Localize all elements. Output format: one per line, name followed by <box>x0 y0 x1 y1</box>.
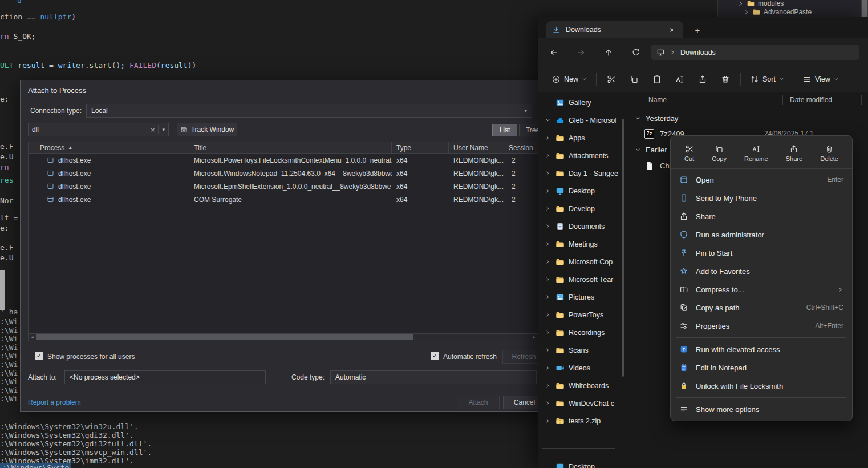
scroll-left-icon[interactable]: ◂ <box>29 334 36 340</box>
address-segment-downloads[interactable]: Downloads <box>680 49 716 57</box>
sidebar-item-desktop[interactable]: Desktop <box>538 182 627 200</box>
forward-button[interactable] <box>572 43 590 62</box>
column-header-process[interactable]: Process▲ <box>29 142 189 153</box>
quick-copy-button[interactable]: Copy <box>712 144 727 162</box>
list-view-button[interactable]: List <box>492 124 517 136</box>
process-row[interactable]: dllhost.exe Microsoft.PowerToys.FileLock… <box>29 154 538 167</box>
context-menu-item-run-elevated[interactable]: Run with elevated access <box>671 340 852 358</box>
context-menu-item-send-to-phone[interactable]: Send to My Phone <box>671 189 852 207</box>
context-menu-item-run-as-admin[interactable]: Run as administrator <box>671 225 852 244</box>
sidebar-item-develop[interactable]: Develop <box>538 200 627 217</box>
context-menu-item-pin-to-start[interactable]: Pin to Start <box>671 244 852 262</box>
chevron-right-icon[interactable] <box>543 276 551 283</box>
track-window-button[interactable]: Track Window <box>177 123 237 136</box>
sidebar-item-meetings[interactable]: Meetings <box>538 235 627 253</box>
tree-item-advancedpaste[interactable]: AdvancedPaste <box>743 7 812 17</box>
chevron-right-icon[interactable] <box>543 382 551 389</box>
sidebar-item-microsoft-cop[interactable]: Microsoft Cop <box>538 253 627 271</box>
chevron-right-icon[interactable] <box>543 329 551 336</box>
address-bar[interactable]: Downloads <box>651 45 859 60</box>
column-divider[interactable] <box>782 95 783 105</box>
quick-cut-button[interactable]: Cut <box>684 144 694 162</box>
horizontal-scrollbar[interactable]: ◂ ▸ <box>28 334 538 341</box>
chevron-right-icon[interactable] <box>543 205 551 212</box>
chevron-down-icon[interactable]: ▾ <box>162 127 165 132</box>
sidebar-item-powertoys[interactable]: PowerToys <box>538 306 627 324</box>
quick-delete-button[interactable]: Delete <box>820 144 838 162</box>
rename-button[interactable] <box>668 70 691 89</box>
context-menu-item-edit-in-notepad[interactable]: Edit in Notepad <box>671 358 852 377</box>
scrollbar-fragment[interactable] <box>0 270 5 310</box>
process-row[interactable]: dllhost.exe Microsoft.WindowsNotepad_11.… <box>29 167 538 180</box>
chevron-right-icon[interactable] <box>543 294 551 300</box>
sidebar-item-pictures[interactable]: Pictures <box>538 288 627 306</box>
context-menu-item-compress-to[interactable]: Compress to... <box>671 280 852 298</box>
group-header-earlier[interactable]: Earlier <box>627 142 667 158</box>
column-divider[interactable] <box>861 95 862 105</box>
copy-button[interactable] <box>623 70 646 89</box>
chevron-right-icon[interactable] <box>543 170 551 176</box>
attach-to-field[interactable]: <No process selected> <box>64 370 266 384</box>
share-button[interactable] <box>691 70 714 89</box>
chevron-right-icon[interactable] <box>543 223 551 229</box>
refresh-button[interactable] <box>627 43 645 62</box>
scrollbar-thumb[interactable] <box>36 334 413 340</box>
sort-button[interactable]: Sort <box>744 70 790 89</box>
context-menu-item-unlock-file-locksmith[interactable]: Unlock with File Locksmith <box>671 377 852 395</box>
context-menu-item-open[interactable]: Open Enter <box>671 171 852 189</box>
auto-refresh-checkbox[interactable]: ✓ <box>431 352 439 360</box>
view-button[interactable]: View <box>797 70 845 89</box>
scrollbar[interactable] <box>861 0 868 17</box>
sidebar-item-onedrive[interactable]: Gleb - Microsof <box>538 111 627 129</box>
chevron-right-icon[interactable] <box>543 259 551 265</box>
new-button[interactable]: New <box>546 70 593 89</box>
cut-button[interactable] <box>600 70 623 89</box>
chevron-down-icon[interactable] <box>543 117 551 123</box>
new-tab-icon[interactable]: + <box>691 23 704 37</box>
chevron-right-icon[interactable] <box>543 188 551 194</box>
sidebar-item-apps[interactable]: Apps <box>538 129 627 147</box>
context-menu-item-add-to-favorites[interactable]: Add to Favorites <box>671 262 852 280</box>
delete-button[interactable] <box>714 70 737 89</box>
group-header-yesterday[interactable]: Yesterday <box>627 110 678 126</box>
sidebar-item-whiteboards[interactable]: Whiteboards <box>538 377 627 394</box>
sidebar-item-windevchat[interactable]: WinDevChat c <box>538 394 627 412</box>
chevron-right-icon[interactable] <box>543 365 551 371</box>
quick-rename-button[interactable]: Rename <box>744 144 768 162</box>
sidebar-item-gallery[interactable]: Gallery <box>538 94 627 111</box>
column-header-user[interactable]: User Name <box>449 142 504 153</box>
tab-downloads[interactable]: Downloads <box>546 21 683 38</box>
back-button[interactable] <box>545 43 563 62</box>
sidebar-item-tests-zip[interactable]: tests 2.zip <box>538 412 627 430</box>
column-header-session[interactable]: Session <box>504 142 538 153</box>
column-header-type[interactable]: Type <box>392 142 449 153</box>
chevron-right-icon[interactable] <box>543 241 551 247</box>
context-menu-item-show-more-options[interactable]: Show more options <box>671 400 852 418</box>
show-all-users-checkbox[interactable]: ✓ <box>35 352 43 360</box>
chevron-right-icon[interactable] <box>543 152 551 159</box>
chevron-right-icon[interactable] <box>543 418 551 424</box>
code-type-field[interactable]: Automatic <box>330 370 537 384</box>
attach-button[interactable]: Attach <box>457 396 500 409</box>
scroll-right-icon[interactable]: ▸ <box>530 334 538 340</box>
chevron-right-icon[interactable] <box>543 347 551 353</box>
up-button[interactable] <box>599 43 618 62</box>
chevron-right-icon[interactable] <box>543 400 551 406</box>
sidebar-item-documents[interactable]: Documents <box>538 217 627 235</box>
process-filter-input[interactable] <box>32 126 147 134</box>
sidebar-item-recordings[interactable]: Recordings <box>538 324 627 341</box>
sidebar-item-day1[interactable]: Day 1 - Sangee <box>538 164 627 182</box>
chevron-right-icon[interactable] <box>543 312 551 318</box>
context-menu-item-share[interactable]: Share <box>671 207 852 225</box>
close-tab-icon[interactable] <box>666 24 678 35</box>
paste-button[interactable] <box>646 70 668 89</box>
quick-share-button[interactable]: Share <box>786 144 802 162</box>
sidebar-item-desktop-pinned[interactable]: Desktop <box>538 458 627 468</box>
column-header-title[interactable]: Title <box>189 142 392 153</box>
clear-filter-icon[interactable]: × <box>147 126 159 134</box>
sidebar-item-videos[interactable]: Videos <box>538 359 627 377</box>
column-header-name[interactable]: Name <box>627 96 782 104</box>
process-row[interactable]: dllhost.exe COM Surrogate x64 REDMOND\gk… <box>29 193 538 206</box>
sidebar-item-attachments[interactable]: Attachments <box>538 147 627 164</box>
sidebar-item-scans[interactable]: Scans <box>538 341 627 359</box>
